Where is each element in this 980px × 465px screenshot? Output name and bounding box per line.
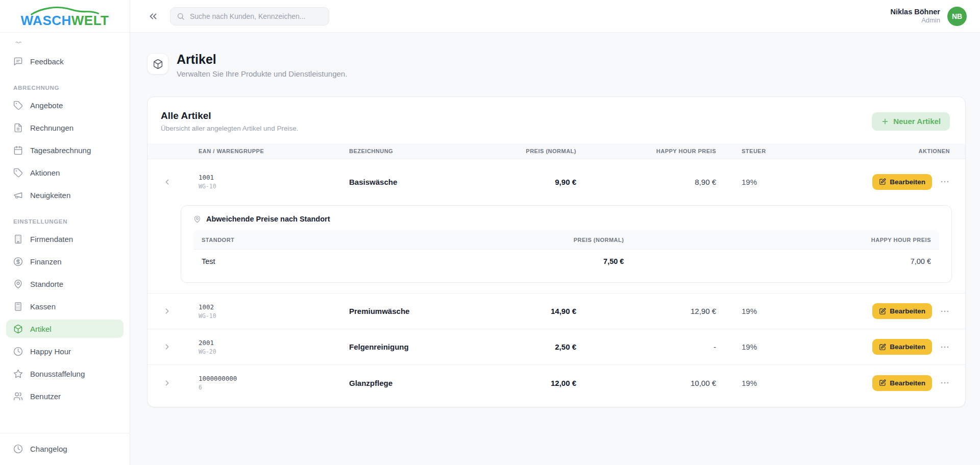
table-header-row: EAN / WARENGRUPPE BEZEICHNUNG PREIS (NOR… <box>148 143 965 159</box>
sidebar-item-happy-hour[interactable]: Happy Hour <box>6 342 124 360</box>
edit-button[interactable]: Bearbeiten <box>872 339 932 355</box>
dollar-circle-icon <box>13 257 23 266</box>
sidebar-item-firmendaten[interactable]: Firmendaten <box>6 230 124 248</box>
sidebar-item-label: Angebote <box>30 101 63 110</box>
article-name: Premiumwäsche <box>349 307 509 315</box>
sidebar-item-benutzer[interactable]: Benutzer <box>6 387 124 405</box>
expand-row-button[interactable] <box>148 379 199 387</box>
waschwelt-logo[interactable]: WASCHWELT <box>21 6 109 27</box>
sidebar-item-changelog[interactable]: Changelog <box>6 439 124 458</box>
col-header-bezeichnung: BEZEICHNUNG <box>349 148 509 154</box>
ean-value: 1001 <box>199 174 349 181</box>
ean-value: 1000000000 <box>199 375 349 382</box>
edit-button[interactable]: Bearbeiten <box>872 174 932 190</box>
col-header-steuer: STEUER <box>716 148 806 154</box>
warengruppe-value: WG-20 <box>199 348 349 355</box>
row-actions: Bearbeiten <box>806 375 965 391</box>
card-title: Alle Artikel <box>161 110 298 121</box>
sidebar-item-kassen[interactable]: Kassen <box>6 297 124 315</box>
chevron-right-icon <box>163 307 172 315</box>
page-title: Artikel <box>177 53 347 66</box>
card-subtitle: Übersicht aller angelegten Artikel und P… <box>161 125 298 132</box>
avatar[interactable]: NB <box>947 7 967 26</box>
sidebar-item-label: Artikel <box>30 325 52 333</box>
sidebar-item-rechnungen[interactable]: Rechnungen <box>6 118 124 137</box>
edit-icon <box>879 379 886 386</box>
col-header-happy-hour: HAPPY HOUR PREIS <box>632 237 939 243</box>
edit-button[interactable]: Bearbeiten <box>872 375 932 391</box>
edit-icon <box>879 344 886 351</box>
logo-area: WASCHWELT <box>0 0 130 33</box>
tax-value: 19% <box>716 342 806 351</box>
sidebar-item-tagesabrechnung[interactable]: Tagesabrechnung <box>6 141 124 159</box>
page-icon-box <box>147 53 168 75</box>
sidebar-item-label: Bonusstaffelung <box>30 370 85 378</box>
sidebar-collapse-button[interactable] <box>148 11 159 22</box>
sidebar-item-label: Finanzen <box>30 257 62 266</box>
col-header-happy-hour: HAPPY HOUR PREIS <box>576 148 716 154</box>
price-normal: 12,00 € <box>509 379 576 387</box>
happy-hour-price: - <box>576 342 716 351</box>
tag-icon <box>13 101 23 110</box>
sidebar-item-label: Firmendaten <box>30 235 73 243</box>
sidebar-item-label: Kassen <box>30 302 56 311</box>
edit-label: Bearbeiten <box>890 178 925 186</box>
search-input[interactable] <box>190 12 323 20</box>
ellipsis-icon <box>940 342 950 352</box>
user-name: Niklas Böhner <box>891 7 941 16</box>
row-menu-button[interactable] <box>940 177 950 187</box>
warengruppe-value: WG-10 <box>199 312 349 320</box>
map-pin-icon <box>193 215 201 223</box>
collapse-row-button[interactable] <box>148 178 199 186</box>
sidebar-item-neuigkeiten[interactable]: Neuigkeiten <box>6 186 124 204</box>
building-icon <box>13 234 23 244</box>
edit-icon <box>879 178 886 185</box>
row-menu-button[interactable] <box>940 306 950 316</box>
location-table-row: Test 7,50 € 7,00 € <box>193 250 939 273</box>
row-actions: Bearbeiten <box>806 174 965 190</box>
sidebar-item-label: Tagesabrechnung <box>30 146 91 155</box>
sidebar-item-feedback[interactable]: Feedback <box>6 52 124 70</box>
edit-button[interactable]: Bearbeiten <box>872 303 932 319</box>
sidebar-item-label: Benutzer <box>30 392 61 401</box>
sidebar-footer: Changelog <box>0 433 130 465</box>
sidebar-item-label: Aktionen <box>30 168 60 177</box>
content-column: Niklas Böhner Admin NB Artikel Verwalten… <box>130 0 980 465</box>
row-menu-button[interactable] <box>940 378 950 388</box>
sidebar-item-standorte[interactable]: Standorte <box>6 275 124 293</box>
sidebar-item-artikel[interactable]: Artikel <box>6 320 124 338</box>
table-row: 2001 WG-20 Felgenreinigung 2,50 € - 19% … <box>148 329 965 365</box>
tax-value: 19% <box>716 379 806 387</box>
new-article-label: Neuer Artikel <box>893 117 941 126</box>
ellipsis-icon <box>940 306 950 316</box>
warengruppe-value: 6 <box>199 384 349 391</box>
chevron-right-icon <box>163 379 172 387</box>
warengruppe-value: WG-10 <box>199 183 349 190</box>
expand-row-button[interactable] <box>148 342 199 351</box>
invoice-icon <box>13 123 23 133</box>
sidebar-item-label: Rechnungen <box>30 124 74 132</box>
location-prices-panel: Abweichende Preise nach Standort STANDOR… <box>181 205 952 283</box>
sidebar-item-finanzen[interactable]: Finanzen <box>6 252 124 271</box>
section-title-einstellungen: EINSTELLUNGEN <box>6 218 124 225</box>
price-normal: 9,90 € <box>509 178 576 186</box>
col-header-preis: PREIS (NORMAL) <box>509 148 576 154</box>
sidebar: WASCHWELT Feedback ABRECHNUNG Angebote R… <box>0 0 130 465</box>
new-article-button[interactable]: Neuer Artikel <box>872 112 950 131</box>
col-header-preis: PREIS (NORMAL) <box>413 237 632 243</box>
expand-row-button[interactable] <box>148 307 199 315</box>
col-header-ean: EAN / WARENGRUPPE <box>199 148 349 154</box>
section-title-abrechnung: ABRECHNUNG <box>6 85 124 91</box>
main-content: Artikel Verwalten Sie Ihre Produkte und … <box>130 33 980 465</box>
ean-value: 1002 <box>199 303 349 311</box>
edit-label: Bearbeiten <box>890 379 925 387</box>
sidebar-item-bonusstaffelung[interactable]: Bonusstaffelung <box>6 364 124 383</box>
sidebar-item-label: Changelog <box>30 445 67 453</box>
cube-icon <box>153 59 163 69</box>
row-menu-button[interactable] <box>940 342 950 352</box>
article-name: Basiswäsche <box>349 178 509 186</box>
sidebar-item-angebote[interactable]: Angebote <box>6 96 124 114</box>
sidebar-item-aktionen[interactable]: Aktionen <box>6 163 124 182</box>
sidebar-item-label: Standorte <box>30 280 63 288</box>
row-actions: Bearbeiten <box>806 303 965 319</box>
